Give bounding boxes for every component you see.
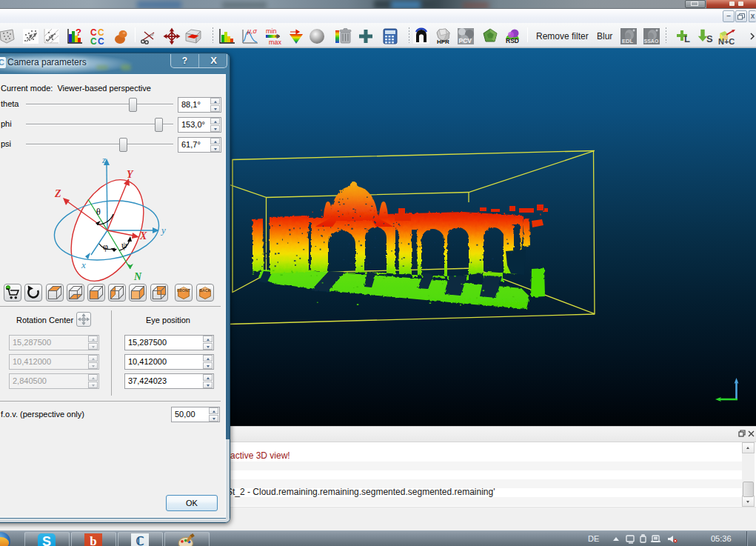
svg-text:φ: φ — [103, 242, 108, 252]
svg-text:N: N — [133, 271, 142, 282]
svg-text:C: C — [98, 36, 104, 45]
svg-text:Z: Z — [54, 188, 61, 199]
svg-text:X: X — [139, 230, 147, 242]
svg-text:y: y — [160, 224, 166, 236]
svg-text:SSAO: SSAO — [644, 39, 659, 44]
svg-text:min: min — [266, 27, 277, 35]
svg-text:z: z — [101, 154, 106, 165]
svg-text:FRONT: FRONT — [177, 288, 191, 293]
svg-text:L: L — [684, 33, 690, 44]
svg-text:C: C — [90, 36, 97, 45]
svg-text:PCV: PCV — [459, 37, 472, 44]
svg-text:?: ? — [76, 27, 81, 38]
svg-text:BACK: BACK — [200, 288, 211, 293]
svg-text:θ: θ — [96, 207, 101, 217]
svg-text:x: x — [81, 259, 86, 270]
svg-text:max: max — [269, 39, 282, 45]
svg-text:EDL: EDL — [622, 38, 633, 44]
svg-text:S: S — [706, 33, 713, 44]
svg-text:RSD: RSD — [506, 37, 519, 44]
svg-text:N+C: N+C — [718, 37, 735, 45]
svg-text:ψ: ψ — [121, 240, 127, 250]
svg-text:Y: Y — [127, 169, 134, 180]
svg-text:μ,σ: μ,σ — [247, 27, 257, 35]
svg-text:HPR: HPR — [437, 39, 449, 45]
